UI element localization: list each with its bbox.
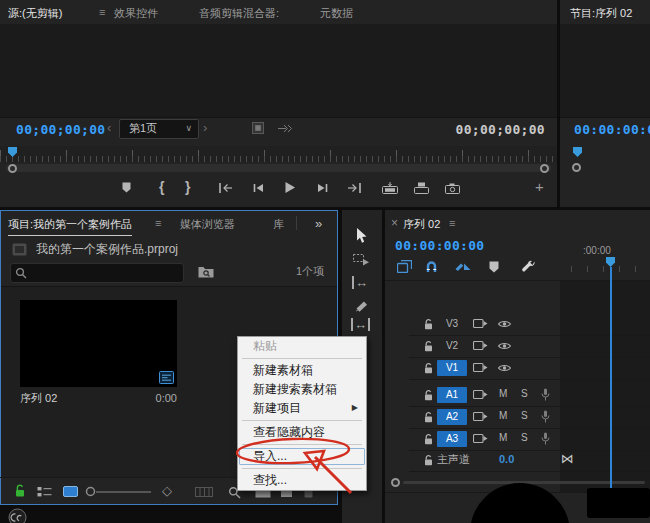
creative-cloud-icon[interactable]	[8, 508, 27, 523]
ripple-edit-tool-icon[interactable]: ↔	[352, 276, 368, 289]
master-gain-value[interactable]: 0.0	[499, 454, 514, 465]
lock-icon[interactable]	[423, 433, 434, 446]
insert-icon[interactable]	[382, 182, 398, 194]
automate-to-sequence-icon[interactable]	[195, 487, 213, 497]
track-row-v1[interactable]: V1	[409, 357, 650, 380]
page-prev-icon[interactable]: ‹	[107, 121, 111, 134]
panel-menu-icon[interactable]: ≡	[99, 6, 105, 18]
add-marker-icon[interactable]	[122, 182, 131, 193]
track-row-v3[interactable]: V3	[409, 313, 650, 336]
page-next-icon[interactable]: ›	[203, 121, 207, 134]
voiceover-mic-icon[interactable]	[541, 410, 550, 423]
search-input[interactable]	[10, 263, 184, 283]
track-select-tool-icon[interactable]	[353, 254, 370, 266]
lock-icon[interactable]	[423, 318, 434, 331]
sync-lock-icon[interactable]	[473, 433, 488, 444]
insert-as-nest-icon[interactable]	[397, 260, 412, 273]
linked-selection-icon[interactable]	[455, 260, 471, 273]
step-back-icon[interactable]	[252, 183, 264, 193]
mark-in-icon[interactable]: {	[159, 180, 164, 194]
lock-icon[interactable]	[423, 362, 434, 375]
zoom-slider-handle[interactable]	[85, 486, 96, 497]
menu-item-import[interactable]: 导入...	[238, 447, 366, 466]
voiceover-mic-icon[interactable]	[541, 432, 550, 445]
master-track-row[interactable]: 主声道 0.0 ⋈	[409, 450, 650, 472]
zoom-handle-left[interactable]	[8, 164, 17, 173]
project-panel-menu-icon[interactable]: ≡	[155, 217, 161, 229]
zoom-slider-track[interactable]	[96, 491, 151, 493]
sequence-thumbnail[interactable]	[20, 300, 177, 387]
mute-button[interactable]: M	[499, 432, 507, 443]
close-tab-icon[interactable]: ×	[391, 217, 398, 229]
track-target-button[interactable]: A2	[437, 409, 467, 425]
voiceover-mic-icon[interactable]	[541, 388, 550, 401]
go-to-in-icon[interactable]	[218, 182, 233, 194]
track-target-button[interactable]: A1	[437, 387, 467, 403]
menu-item-find[interactable]: 查找...	[238, 471, 366, 490]
source-time-ruler[interactable]	[0, 146, 557, 162]
mute-button[interactable]: M	[499, 388, 507, 399]
menu-item-new-item[interactable]: 新建项目 ▶	[238, 399, 366, 418]
track-row-a1[interactable]: A1 M S	[409, 384, 650, 407]
tab-effect-controls[interactable]: 效果控件	[114, 6, 158, 21]
timeline-marker-icon[interactable]	[489, 261, 499, 273]
snap-magnet-icon[interactable]	[425, 259, 438, 273]
sort-icon[interactable]: ◇	[162, 484, 172, 497]
sync-lock-icon[interactable]	[473, 340, 488, 351]
tab-overflow-icon[interactable]: »	[315, 216, 322, 231]
step-forward-icon[interactable]	[317, 183, 329, 193]
source-zoom-scrollbar[interactable]	[6, 164, 551, 172]
export-frame-icon[interactable]	[445, 183, 460, 194]
project-writable-lock-icon[interactable]	[14, 484, 26, 498]
mark-out-icon[interactable]: }	[185, 180, 190, 194]
program-playhead[interactable]	[573, 147, 582, 157]
timeline-settings-wrench-icon[interactable]	[521, 260, 536, 274]
page-select[interactable]: 第1页 ∨	[119, 119, 199, 139]
grid-settings-icon[interactable]	[252, 122, 264, 134]
list-view-icon[interactable]	[37, 486, 52, 498]
search-bin-icon[interactable]	[198, 265, 214, 278]
tab-audio-clip-mixer[interactable]: 音频剪辑混合器:	[199, 6, 279, 21]
timeline-playhead-line[interactable]	[610, 267, 612, 492]
tab-media-browser[interactable]: 媒体浏览器	[180, 217, 235, 232]
solo-button[interactable]: S	[521, 388, 528, 399]
track-target-button[interactable]: V3	[437, 316, 467, 332]
track-target-button[interactable]: V1	[437, 360, 467, 376]
tab-project[interactable]: 项目:我的第一个案例作品	[8, 217, 132, 236]
tab-libraries[interactable]: 库	[273, 217, 284, 232]
selection-tool-icon[interactable]	[356, 228, 368, 244]
solo-button[interactable]: S	[521, 432, 528, 443]
tab-program[interactable]: 节目:序列 02	[570, 6, 632, 25]
track-target-button[interactable]: V2	[437, 338, 467, 354]
track-target-button[interactable]: A3	[437, 431, 467, 447]
menu-item-new-search-bin[interactable]: 新建搜索素材箱	[238, 380, 366, 399]
lock-icon[interactable]	[423, 454, 434, 467]
razor-tool-icon[interactable]	[355, 300, 368, 312]
track-visibility-eye-icon[interactable]	[497, 319, 512, 329]
lock-icon[interactable]	[423, 389, 434, 402]
menu-item-paste[interactable]: 粘贴	[238, 337, 366, 356]
slip-tool-icon[interactable]: ↔	[351, 318, 370, 331]
mute-button[interactable]: M	[499, 410, 507, 421]
clip-name[interactable]: 序列 02	[20, 393, 57, 404]
project-file-name[interactable]: 我的第一个案例作品.prproj	[36, 243, 178, 255]
solo-button[interactable]: S	[521, 410, 528, 421]
tab-sequence[interactable]: 序列 02	[403, 217, 440, 235]
button-editor-plus-icon[interactable]: +	[535, 179, 544, 194]
sync-lock-icon[interactable]	[473, 362, 488, 373]
overwrite-icon[interactable]	[414, 182, 429, 194]
lock-icon[interactable]	[423, 411, 434, 424]
sync-lock-icon[interactable]	[473, 389, 488, 400]
track-row-a3[interactable]: A3 M S	[409, 428, 650, 451]
timeline-panel-menu-icon[interactable]: ≡	[449, 217, 455, 229]
track-row-a2[interactable]: A2 M S	[409, 406, 650, 429]
timeline-zoom-handle[interactable]	[391, 478, 400, 487]
track-visibility-eye-icon[interactable]	[497, 341, 512, 351]
sync-lock-icon[interactable]	[473, 411, 488, 422]
program-zoom-handle[interactable]	[572, 163, 581, 172]
lock-icon[interactable]	[423, 340, 434, 353]
double-arrow-icon[interactable]	[278, 124, 293, 133]
go-to-out-icon[interactable]	[347, 182, 362, 194]
menu-item-view-hidden[interactable]: 查看隐藏内容	[238, 423, 366, 442]
track-row-v2[interactable]: V2	[409, 335, 650, 358]
